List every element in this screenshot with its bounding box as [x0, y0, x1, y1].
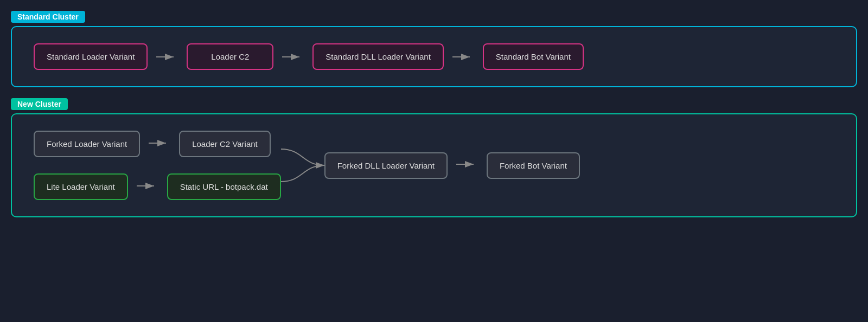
- standard-dll-loader-node: Standard DLL Loader Variant: [312, 43, 443, 70]
- standard-cluster: Standard Cluster Standard Loader Variant…: [11, 11, 857, 87]
- forked-dll-loader-node: Forked DLL Loader Variant: [324, 152, 448, 179]
- merge-connector: [281, 133, 324, 198]
- new-cluster-flow: Forked Loader Variant Loader C2 Variant …: [34, 131, 834, 200]
- loader-c2-variant-node: Loader C2 Variant: [179, 131, 271, 157]
- forked-loader-variant-node: Forked Loader Variant: [34, 131, 140, 157]
- standard-flow-row: Standard Loader Variant Loader C2 Standa…: [34, 43, 584, 70]
- top-arrow: [149, 138, 170, 151]
- static-url-node: Static URL - botpack.dat: [167, 173, 281, 200]
- forked-bot-variant-node: Forked Bot Variant: [487, 152, 580, 179]
- right-arrow: [456, 159, 478, 172]
- new-cluster: New Cluster Forked Loader Variant Loader…: [11, 98, 857, 217]
- left-pairs: Forked Loader Variant Loader C2 Variant …: [34, 131, 281, 200]
- loader-c2-node: Loader C2: [187, 43, 273, 70]
- arrow-3: [452, 51, 474, 62]
- bottom-arrow: [137, 181, 158, 194]
- standard-loader-variant-node: Standard Loader Variant: [34, 43, 148, 70]
- top-pair-row: Forked Loader Variant Loader C2 Variant: [34, 131, 281, 157]
- standard-bot-variant-node: Standard Bot Variant: [483, 43, 584, 70]
- right-nodes: Forked DLL Loader Variant Forked Bot Var…: [324, 152, 580, 179]
- new-cluster-label: New Cluster: [11, 98, 68, 110]
- standard-cluster-label: Standard Cluster: [11, 11, 85, 23]
- standard-cluster-box: Standard Loader Variant Loader C2 Standa…: [11, 26, 857, 87]
- new-cluster-box: Forked Loader Variant Loader C2 Variant …: [11, 113, 857, 217]
- lite-loader-variant-node: Lite Loader Variant: [34, 173, 128, 200]
- arrow-1: [156, 51, 178, 62]
- bottom-pair-row: Lite Loader Variant Static URL - botpack…: [34, 173, 281, 200]
- arrow-2: [282, 51, 304, 62]
